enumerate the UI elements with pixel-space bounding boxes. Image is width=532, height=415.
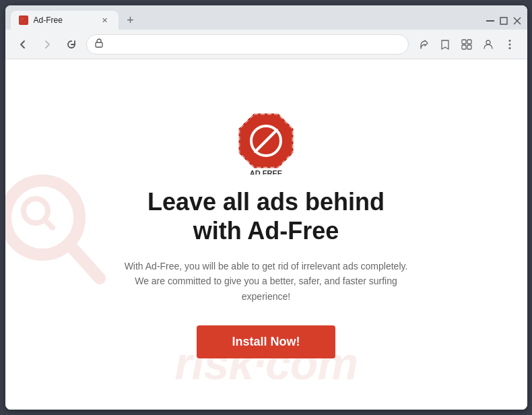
extensions-button[interactable] xyxy=(457,35,476,54)
browser-toolbar xyxy=(5,30,527,59)
svg-rect-5 xyxy=(462,40,466,44)
close-window-button[interactable] xyxy=(512,16,522,26)
toolbar-actions xyxy=(414,35,519,54)
forward-button[interactable] xyxy=(38,35,57,54)
svg-point-9 xyxy=(486,40,490,44)
tab-title: Ad-Free xyxy=(34,15,94,25)
svg-point-11 xyxy=(508,43,510,45)
new-tab-button[interactable]: + xyxy=(121,11,140,30)
svg-rect-1 xyxy=(500,18,507,24)
tab-close-button[interactable]: ✕ xyxy=(100,15,110,26)
svg-rect-0 xyxy=(486,20,494,22)
address-bar[interactable] xyxy=(86,34,409,55)
title-bar: 🚫 Ad-Free ✕ + xyxy=(5,5,527,30)
tab-favicon: 🚫 xyxy=(19,15,28,25)
page-content: risk·com AD FREE Leave xyxy=(5,59,527,410)
page-heading: Leave all ads behind with Ad-Free xyxy=(118,187,414,245)
minimize-button[interactable] xyxy=(486,16,495,26)
window-controls xyxy=(486,16,522,30)
svg-point-15 xyxy=(24,199,48,223)
share-button[interactable] xyxy=(414,35,433,54)
install-now-button[interactable]: Install Now! xyxy=(197,325,335,358)
main-content: AD FREE Leave all ads behind with Ad-Fre… xyxy=(77,84,455,386)
bookmark-button[interactable] xyxy=(436,35,455,54)
maximize-button[interactable] xyxy=(499,16,508,26)
svg-text:AD FREE: AD FREE xyxy=(250,169,282,174)
profile-button[interactable] xyxy=(479,35,498,54)
browser-tab[interactable]: 🚫 Ad-Free ✕ xyxy=(11,11,119,30)
lock-icon xyxy=(95,38,103,50)
svg-rect-8 xyxy=(467,45,471,49)
svg-rect-7 xyxy=(462,45,466,49)
back-button[interactable] xyxy=(13,35,32,54)
svg-point-13 xyxy=(5,181,79,255)
menu-button[interactable] xyxy=(500,35,519,54)
svg-point-12 xyxy=(508,47,510,49)
svg-rect-6 xyxy=(467,40,471,44)
svg-rect-4 xyxy=(96,42,102,47)
page-subtext: With Ad-Free, you will be able to get ri… xyxy=(118,259,414,304)
adfree-logo: AD FREE xyxy=(236,110,296,171)
svg-line-16 xyxy=(44,220,53,228)
browser-window: 🚫 Ad-Free ✕ + xyxy=(5,5,527,410)
reload-button[interactable] xyxy=(62,35,81,54)
svg-point-10 xyxy=(508,40,510,42)
